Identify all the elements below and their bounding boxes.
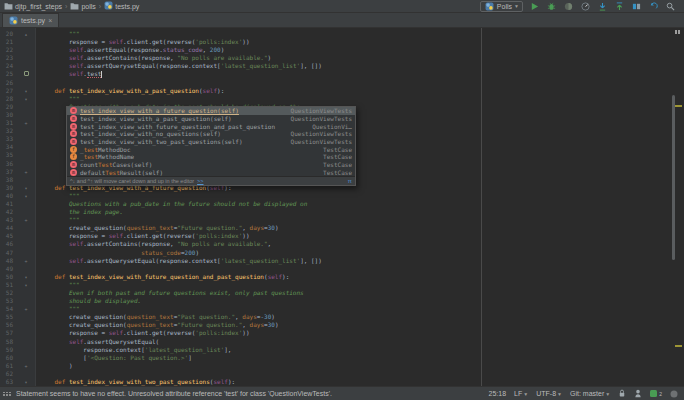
code-line[interactable]: 53 should be displayed. — [0, 297, 670, 305]
code-line[interactable]: 49 — [0, 265, 670, 273]
stripe-mark[interactable] — [678, 30, 680, 34]
code-line[interactable]: 40▾ """ — [0, 192, 670, 200]
completion-item[interactable]: mtest_index_view_with_future_question_an… — [67, 122, 355, 130]
code-line[interactable]: 62 — [0, 370, 670, 378]
coverage-button[interactable] — [563, 1, 574, 12]
code-editor[interactable]: 20▴ """21 response = self.client.get(rev… — [0, 28, 684, 386]
code-line[interactable]: 26 — [0, 79, 670, 87]
warning-stripe-mark[interactable] — [675, 105, 682, 107]
completion-item[interactable]: mtest_index_view_with_two_past_questions… — [67, 138, 355, 146]
line-number: 32 — [0, 127, 16, 135]
fold-marker[interactable]: ▾ — [16, 184, 36, 192]
error-stripe[interactable] — [671, 28, 684, 386]
code-line[interactable]: 55 create_question(question_text="Past q… — [0, 313, 670, 321]
code-line[interactable]: 22 self.assertEqual(response.status_code… — [0, 46, 670, 54]
code-line[interactable]: 52 Even if both past and future question… — [0, 289, 670, 297]
code-line[interactable]: 24 self.assertQuerysetEqual(response.con… — [0, 62, 670, 70]
fold-marker[interactable]: + — [16, 216, 36, 224]
notification-icon[interactable] — [670, 390, 678, 398]
line-number: 57 — [0, 329, 16, 337]
code-line[interactable]: 46 self.assertContains(response, "No pol… — [0, 240, 670, 248]
code-line[interactable]: 50▾ def test_index_view_with_future_ques… — [0, 273, 670, 281]
code-line[interactable]: 25 self.test — [0, 70, 670, 78]
completion-item[interactable]: mtest_index_view_with_a_future_question(… — [67, 107, 355, 115]
code-line[interactable]: 48+ self.assertQuerysetEqual(response.co… — [0, 257, 670, 265]
breadcrumb-item-djtp_first_steps[interactable]: djtp_first_steps — [4, 2, 62, 11]
code-line[interactable]: 21 response = self.client.get(reverse('p… — [0, 38, 670, 46]
rollback-button[interactable] — [648, 1, 659, 12]
lock-icon[interactable] — [618, 389, 626, 398]
method-icon: m — [70, 161, 77, 168]
code-text: self.assertQuerysetEqual(response.contex… — [36, 257, 322, 265]
code-line[interactable]: 28▾ """ — [0, 95, 670, 103]
breadcrumb-item-tests-py[interactable]: tests.py — [104, 1, 139, 11]
toolwindow-toggle-icon[interactable] — [3, 392, 11, 396]
completion-item-name: test_index_view_with_no_questions(self) — [80, 130, 221, 137]
fold-marker[interactable]: ▾ — [16, 273, 36, 281]
completion-item[interactable]: mtest_index_view_with_a_past_question(se… — [67, 115, 355, 123]
debug-button[interactable] — [546, 1, 557, 12]
completion-item[interactable]: mtest_index_view_with_no_questions(self)… — [67, 130, 355, 138]
code-line[interactable]: 60 ['<Question: Past question.>'] — [0, 354, 670, 362]
encoding-select[interactable]: UTF-8▼ — [536, 390, 562, 397]
code-line[interactable]: 45 response = self.client.get(reverse('p… — [0, 232, 670, 240]
line-number: 25 — [0, 70, 16, 78]
fold-marker[interactable]: ▴ — [16, 30, 36, 38]
code-line[interactable]: 57 response = self.client.get(reverse('p… — [0, 329, 670, 337]
close-icon[interactable]: × — [48, 17, 52, 24]
code-line[interactable]: 23 self.assertContains(response, "No pol… — [0, 54, 670, 62]
completion-item[interactable]: f_testMethodDocTestCase — [67, 145, 355, 153]
code-line[interactable]: 58 self.assertQuerysetEqual( — [0, 338, 670, 346]
breadcrumb-item-polls[interactable]: polls — [70, 2, 95, 11]
fold-marker[interactable]: + — [16, 168, 36, 176]
fold-marker[interactable]: ▾ — [16, 87, 36, 95]
profiler-button[interactable] — [580, 1, 591, 12]
diff-button[interactable] — [631, 1, 642, 12]
code-line[interactable]: 47 status_code=200) — [0, 249, 670, 257]
caret-position[interactable]: 25:18 — [489, 390, 507, 397]
code-line[interactable]: 44 create_question(question_text="Future… — [0, 224, 670, 232]
code-line[interactable]: 54+ """ — [0, 305, 670, 313]
code-line[interactable]: 43+ """ — [0, 216, 670, 224]
fold-marker[interactable]: + — [16, 305, 36, 313]
code-line[interactable]: 51▾ """ — [0, 281, 670, 289]
stripe-mark[interactable] — [675, 30, 677, 34]
code-line[interactable]: 56 create_question(question_text="Future… — [0, 321, 670, 329]
folder-icon — [70, 2, 79, 11]
fold-marker[interactable]: + — [16, 362, 36, 370]
inspections-hector-icon[interactable] — [634, 389, 642, 398]
tab-tests-py[interactable]: tests.py × — [2, 13, 59, 27]
line-number: 27 — [0, 87, 16, 95]
scrollbar-thumb[interactable] — [672, 95, 675, 260]
line-number: 61 — [0, 362, 16, 370]
code-line[interactable]: 61+ ) — [0, 362, 670, 370]
events-indicator[interactable]: 2 — [650, 390, 662, 397]
fold-marker[interactable]: + — [16, 119, 36, 127]
line-separator-select[interactable]: LF▼ — [514, 390, 528, 397]
method-icon: m — [70, 169, 77, 176]
completion-item[interactable]: f_testMethodNameTestCase — [67, 153, 355, 161]
code-line[interactable]: 63▾ def test_index_view_with_two_past_qu… — [0, 378, 670, 386]
run-configuration-select[interactable]: Polls ▼ — [480, 1, 523, 12]
sort-alphabetically-icon[interactable]: π — [348, 178, 352, 184]
fold-marker[interactable]: ▾ — [16, 95, 36, 103]
run-button[interactable] — [529, 1, 540, 12]
fold-marker[interactable]: + — [16, 257, 36, 265]
completion-item[interactable]: mcountTestCases(self)TestCase — [67, 161, 355, 169]
code-line[interactable]: 41 Questions with a pub_date in the futu… — [0, 200, 670, 208]
fold-marker[interactable]: ▾ — [16, 281, 36, 289]
search-everywhere-button[interactable] — [665, 1, 676, 12]
commit-button[interactable] — [614, 1, 625, 12]
update-project-button[interactable] — [597, 1, 608, 12]
code-line[interactable]: 42 the index page. — [0, 208, 670, 216]
completion-item[interactable]: mdefaultTestResult(self)TestCase — [67, 169, 355, 177]
fold-marker[interactable]: ▾ — [16, 378, 36, 386]
fold-column — [16, 62, 36, 70]
warning-stripe-mark[interactable] — [675, 345, 682, 347]
fold-marker[interactable]: ▾ — [16, 192, 36, 200]
completion-hint-link[interactable]: >> — [197, 178, 203, 184]
code-line[interactable]: 20▴ """ — [0, 30, 670, 38]
vcs-branch-select[interactable]: Git: master▼ — [570, 390, 610, 397]
code-line[interactable]: 27▾ def test_index_view_with_a_past_ques… — [0, 87, 670, 95]
code-line[interactable]: 59 response.context['latest_question_lis… — [0, 346, 670, 354]
